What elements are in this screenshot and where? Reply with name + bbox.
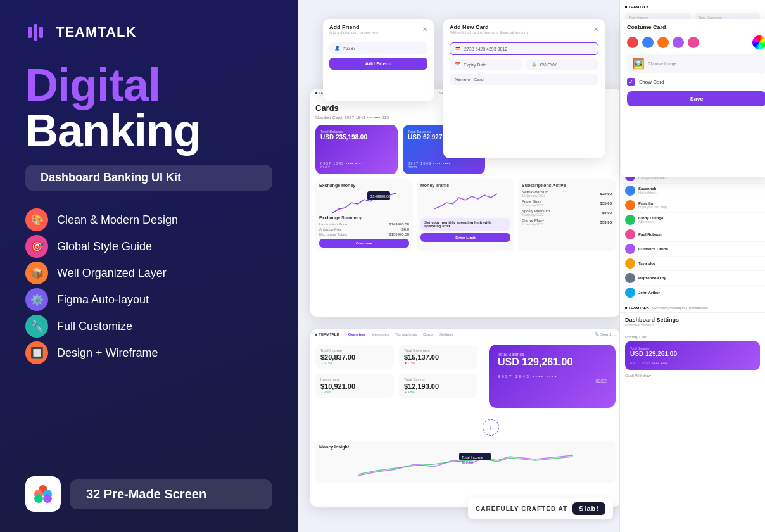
add-card-plus-button[interactable]: + bbox=[483, 419, 499, 436]
card-number-input[interactable]: 💳 2738 6428 4293 3812 bbox=[450, 42, 598, 55]
total-saving-value: $12,193.00 bbox=[404, 383, 472, 390]
msg-item-8[interactable]: Вертерпой Гоу bbox=[620, 271, 765, 286]
exchange-section: Exchange Money $149990.00 Exchange Summa… bbox=[315, 179, 616, 251]
investment-value: $10,921.00 bbox=[320, 383, 389, 390]
msg-avatar-9 bbox=[625, 288, 635, 298]
dashboard-nav-settings[interactable]: Settings bbox=[439, 332, 453, 336]
color-wheel-icon[interactable] bbox=[752, 35, 765, 49]
money-traffic-title: Money Traffic bbox=[420, 183, 510, 187]
msg-item-6[interactable]: Crimance Ortion bbox=[620, 242, 765, 256]
right-topbar: ■ TEAMTALK bbox=[625, 5, 760, 9]
bank-card-1[interactable]: Total Balance USD 235,198.00 8937 1843 •… bbox=[315, 125, 398, 174]
sub-item-2: Apple Store 8 January 2022 $35.00 bbox=[522, 200, 612, 207]
color-dot-orange[interactable] bbox=[657, 37, 669, 48]
dashboard-nav-cards[interactable]: Cards bbox=[423, 332, 433, 336]
exchange-chart: $149990.00 bbox=[319, 190, 409, 213]
subtitle-badge: Dashboard Banking UI Kit bbox=[25, 165, 272, 191]
dashboard-nav-overview[interactable]: Overview bbox=[348, 332, 365, 336]
msg-name-8: Вертерпой Гоу bbox=[638, 276, 666, 280]
total-saving-label: Total Saving bbox=[404, 377, 472, 381]
feature-item-1: 🎨 Clean & Modern Design bbox=[25, 208, 272, 231]
color-dot-pink[interactable] bbox=[688, 37, 699, 48]
msg-avatar-7 bbox=[625, 258, 635, 269]
dashboard-nav-transactions[interactable]: Transactions bbox=[395, 332, 417, 336]
msg-item-3[interactable]: Priscilla hope you can help... bbox=[620, 198, 765, 213]
svg-point-7 bbox=[43, 494, 52, 503]
insight-chart-svg: Total Income $12.00 bbox=[319, 452, 612, 477]
dashboard-search[interactable]: 🔍 Search... bbox=[595, 332, 616, 336]
card-icon: 💳 bbox=[455, 46, 461, 51]
msg-item-2[interactable]: Savannah Hello there... bbox=[620, 184, 765, 198]
money-traffic-chart bbox=[420, 190, 510, 213]
user-icon: 👤 bbox=[334, 46, 340, 51]
add-friend-close-icon[interactable]: ✕ bbox=[422, 26, 427, 33]
dashboard-stats-and-card: Total Income $20,837.00 ▲ +15% Total Exp… bbox=[315, 345, 616, 436]
name-on-card-input[interactable]: Name on Card bbox=[450, 74, 598, 85]
add-card-close-icon[interactable]: ✕ bbox=[593, 26, 598, 33]
stat-total-saving: Total Saving $12,193.00 ▲ +8% bbox=[399, 374, 477, 398]
svg-point-6 bbox=[34, 494, 43, 503]
enter-limit-button[interactable]: Enter Limit bbox=[420, 233, 510, 242]
color-dot-purple[interactable] bbox=[673, 37, 684, 48]
main-card-expiry: 02/22 bbox=[595, 379, 607, 383]
sub-item-4: Disnye Plus+ 1 January 2022 $53.90 bbox=[522, 218, 612, 226]
msg-item-9[interactable]: John Arthur bbox=[620, 286, 765, 300]
costume-card-panel: Costume Card 🖼️ Choose Image ✓ Show Card… bbox=[621, 19, 765, 177]
msg-item-5[interactable]: Paul Robson bbox=[620, 227, 765, 242]
show-card-checkbox[interactable]: ✓ bbox=[627, 78, 635, 86]
add-friend-header: Add Friend Add a digital card to see you… bbox=[323, 19, 434, 37]
exchange-item-3: Exchange Totals $109990.00 bbox=[319, 232, 409, 236]
card1-expiry: 02/22 bbox=[320, 165, 393, 169]
insight-chart-area: Money Insight Total Income $12.00 bbox=[315, 441, 616, 483]
add-friend-input[interactable]: 👤 #2387 bbox=[329, 42, 427, 54]
msg-content-6: Crimance Ortion bbox=[638, 247, 668, 251]
color-dot-blue[interactable] bbox=[642, 37, 654, 48]
feature-label-5: Full Customize bbox=[57, 320, 132, 333]
settings-title: Dashboard Settings bbox=[625, 317, 760, 323]
cvv-value: CV/CVV bbox=[540, 63, 557, 67]
settings-header: Dashboard Settings Personal Account bbox=[620, 313, 765, 331]
msg-text-3: hope you can help... bbox=[638, 205, 670, 209]
brand-name: TEAMTALK bbox=[56, 24, 136, 41]
features-list: 🎨 Clean & Modern Design 🎯 Global Style G… bbox=[25, 208, 272, 364]
cvv-input[interactable]: 🔒 CV/CVV bbox=[526, 59, 599, 70]
total-expenses-value: $15,137.00 bbox=[404, 353, 472, 361]
msg-content-7: Taya ploy bbox=[638, 262, 655, 265]
msg-item-7[interactable]: Taya ploy bbox=[620, 256, 765, 271]
main-card-balance: USD 129,261.00 bbox=[498, 357, 607, 368]
settings-card-balance: USD 129,261.00 bbox=[630, 350, 755, 357]
msg-content-9: John Arthur bbox=[638, 291, 660, 294]
exchange-summary-title: Exchange Summary bbox=[319, 215, 409, 220]
right-panel: Add Friend Add a digital card to see you… bbox=[298, 0, 765, 532]
settings-mockup: ■ TEAMTALK Overview | Messages | Transac… bbox=[620, 303, 765, 532]
exchange-item-2: Amazon-Fua -$0.0 bbox=[319, 227, 409, 231]
feature-icon-5: 🔧 bbox=[25, 315, 48, 338]
add-card-title: Add New Card bbox=[450, 24, 528, 30]
choose-image-button[interactable]: 🖼️ Choose Image bbox=[627, 54, 765, 73]
bottom-bar: 32 Pre-Made Screen bbox=[25, 476, 272, 512]
color-dot-red[interactable] bbox=[627, 37, 638, 48]
continue-button[interactable]: Continue bbox=[319, 239, 409, 248]
sub-item-1: Netflix Premium 10 January 2022 $20.00 bbox=[522, 190, 612, 198]
stat-investment: Investment $10,921.00 ▲ +5% bbox=[315, 374, 394, 398]
pre-made-badge: 32 Pre-Made Screen bbox=[70, 479, 272, 509]
add-card-body: 💳 2738 6428 4293 3812 📅 Expiry Date 🔒 CV… bbox=[443, 37, 605, 94]
messages-list: Adam Cruzty Can you help me? Savannah He… bbox=[620, 167, 765, 303]
settings-topbar-brand: ■ TEAMTALK bbox=[625, 306, 649, 310]
subscriptions-title: Subscriptions Active bbox=[522, 183, 612, 187]
sub-item-3: Spotify Premium 5 January 2022 $9.00 bbox=[522, 209, 612, 217]
expiry-value: Expiry Date bbox=[464, 63, 486, 67]
dashboard-nav-messages[interactable]: Messages bbox=[372, 332, 389, 336]
total-expenses-change: ▼ -15% bbox=[404, 361, 472, 365]
add-friend-button[interactable]: Add Friend bbox=[329, 58, 427, 70]
msg-item-4[interactable]: Cindy Llilinge Afternoon... bbox=[620, 213, 765, 227]
card2-expiry: 02/22 bbox=[408, 165, 480, 169]
feature-item-2: 🎯 Global Style Guide bbox=[25, 235, 272, 258]
crafted-text: CAREFULLY CRAFTED AT bbox=[476, 505, 567, 512]
slab-logo: Slab! bbox=[572, 502, 605, 515]
card-number-value: 2738 6428 4293 3812 bbox=[464, 47, 507, 51]
expiry-input[interactable]: 📅 Expiry Date bbox=[450, 59, 522, 70]
feature-label-3: Well Organized Layer bbox=[57, 267, 167, 280]
feature-item-4: ⚙️ Figma Auto-layout bbox=[25, 288, 272, 311]
save-button[interactable]: Save bbox=[627, 91, 765, 106]
